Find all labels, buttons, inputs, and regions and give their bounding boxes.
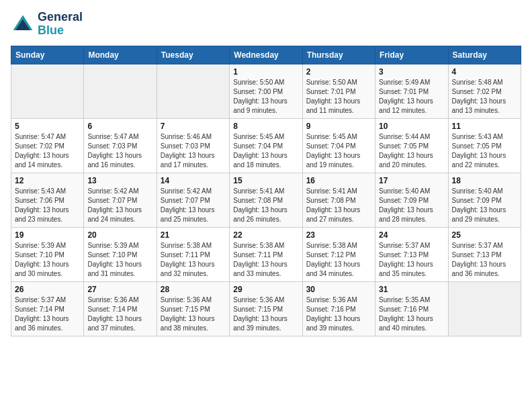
day-info: Sunrise: 5:36 AM Sunset: 7:15 PM Dayligh…	[161, 295, 226, 333]
day-info: Sunrise: 5:50 AM Sunset: 7:00 PM Dayligh…	[233, 78, 298, 116]
day-info: Sunrise: 5:42 AM Sunset: 7:07 PM Dayligh…	[87, 187, 152, 224]
day-number: 22	[233, 230, 298, 240]
calendar-cell: 4Sunrise: 5:48 AM Sunset: 7:02 PM Daylig…	[448, 64, 521, 118]
day-info: Sunrise: 5:49 AM Sunset: 7:01 PM Dayligh…	[379, 78, 444, 116]
calendar-cell: 26Sunrise: 5:37 AM Sunset: 7:14 PM Dayli…	[11, 281, 84, 336]
day-info: Sunrise: 5:38 AM Sunset: 7:11 PM Dayligh…	[233, 241, 298, 279]
day-number: 16	[306, 176, 371, 185]
page-header: General Blue	[11, 11, 521, 38]
calendar-cell: 30Sunrise: 5:36 AM Sunset: 7:16 PM Dayli…	[302, 281, 375, 336]
calendar-cell: 24Sunrise: 5:37 AM Sunset: 7:13 PM Dayli…	[375, 227, 448, 281]
day-number: 10	[379, 122, 444, 131]
day-number: 24	[379, 230, 444, 240]
calendar-cell: 15Sunrise: 5:41 AM Sunset: 7:08 PM Dayli…	[230, 173, 302, 227]
calendar-week-row: 5Sunrise: 5:47 AM Sunset: 7:02 PM Daylig…	[11, 118, 521, 173]
day-info: Sunrise: 5:36 AM Sunset: 7:14 PM Dayligh…	[87, 295, 152, 333]
day-info: Sunrise: 5:47 AM Sunset: 7:02 PM Dayligh…	[15, 132, 80, 170]
calendar-week-row: 12Sunrise: 5:43 AM Sunset: 7:06 PM Dayli…	[11, 173, 521, 227]
day-number: 17	[379, 176, 444, 185]
calendar-cell	[11, 64, 84, 118]
calendar-week-row: 26Sunrise: 5:37 AM Sunset: 7:14 PM Dayli…	[11, 281, 521, 336]
calendar-cell: 31Sunrise: 5:35 AM Sunset: 7:16 PM Dayli…	[375, 281, 448, 336]
calendar-week-row: 19Sunrise: 5:39 AM Sunset: 7:10 PM Dayli…	[11, 227, 521, 281]
weekday-header-saturday: Saturday	[448, 46, 521, 64]
day-info: Sunrise: 5:37 AM Sunset: 7:14 PM Dayligh…	[15, 295, 80, 333]
calendar-body: 1Sunrise: 5:50 AM Sunset: 7:00 PM Daylig…	[11, 64, 521, 336]
day-info: Sunrise: 5:40 AM Sunset: 7:09 PM Dayligh…	[379, 187, 444, 224]
weekday-header-tuesday: Tuesday	[157, 46, 229, 64]
calendar-table: SundayMondayTuesdayWednesdayThursdayFrid…	[11, 46, 521, 336]
day-number: 15	[233, 176, 298, 185]
day-number: 13	[87, 176, 152, 185]
day-info: Sunrise: 5:40 AM Sunset: 7:09 PM Dayligh…	[452, 187, 517, 224]
calendar-cell: 8Sunrise: 5:45 AM Sunset: 7:04 PM Daylig…	[230, 118, 302, 173]
calendar-cell: 22Sunrise: 5:38 AM Sunset: 7:11 PM Dayli…	[230, 227, 302, 281]
calendar-cell: 17Sunrise: 5:40 AM Sunset: 7:09 PM Dayli…	[375, 173, 448, 227]
day-info: Sunrise: 5:36 AM Sunset: 7:16 PM Dayligh…	[306, 295, 371, 333]
logo-icon	[11, 12, 35, 36]
day-number: 30	[306, 285, 371, 294]
day-info: Sunrise: 5:44 AM Sunset: 7:05 PM Dayligh…	[379, 132, 444, 170]
calendar-cell: 2Sunrise: 5:50 AM Sunset: 7:01 PM Daylig…	[302, 64, 375, 118]
day-number: 29	[233, 285, 298, 294]
day-info: Sunrise: 5:35 AM Sunset: 7:16 PM Dayligh…	[379, 295, 444, 333]
logo: General Blue	[11, 11, 83, 38]
calendar-cell: 28Sunrise: 5:36 AM Sunset: 7:15 PM Dayli…	[157, 281, 229, 336]
calendar-cell: 7Sunrise: 5:46 AM Sunset: 7:03 PM Daylig…	[157, 118, 229, 173]
weekday-header-friday: Friday	[375, 46, 448, 64]
day-info: Sunrise: 5:36 AM Sunset: 7:15 PM Dayligh…	[233, 295, 298, 333]
day-info: Sunrise: 5:39 AM Sunset: 7:10 PM Dayligh…	[15, 241, 80, 279]
day-info: Sunrise: 5:46 AM Sunset: 7:03 PM Dayligh…	[161, 132, 226, 170]
day-number: 23	[306, 230, 371, 240]
weekday-header-thursday: Thursday	[302, 46, 375, 64]
day-number: 28	[161, 285, 226, 294]
day-info: Sunrise: 5:41 AM Sunset: 7:08 PM Dayligh…	[306, 187, 371, 224]
day-number: 27	[87, 285, 152, 294]
calendar-cell: 10Sunrise: 5:44 AM Sunset: 7:05 PM Dayli…	[375, 118, 448, 173]
day-info: Sunrise: 5:38 AM Sunset: 7:11 PM Dayligh…	[161, 241, 226, 279]
day-number: 11	[452, 122, 517, 131]
day-number: 6	[87, 122, 152, 131]
weekday-header-wednesday: Wednesday	[230, 46, 302, 64]
day-number: 5	[15, 122, 80, 131]
day-number: 18	[452, 176, 517, 185]
calendar-cell: 19Sunrise: 5:39 AM Sunset: 7:10 PM Dayli…	[11, 227, 84, 281]
calendar-cell: 16Sunrise: 5:41 AM Sunset: 7:08 PM Dayli…	[302, 173, 375, 227]
day-info: Sunrise: 5:43 AM Sunset: 7:05 PM Dayligh…	[452, 132, 517, 170]
calendar-cell: 14Sunrise: 5:42 AM Sunset: 7:07 PM Dayli…	[157, 173, 229, 227]
calendar-cell: 27Sunrise: 5:36 AM Sunset: 7:14 PM Dayli…	[84, 281, 157, 336]
day-info: Sunrise: 5:45 AM Sunset: 7:04 PM Dayligh…	[233, 132, 298, 170]
logo-text: General Blue	[38, 11, 83, 38]
day-info: Sunrise: 5:48 AM Sunset: 7:02 PM Dayligh…	[452, 78, 517, 116]
day-number: 19	[15, 230, 80, 240]
day-number: 12	[15, 176, 80, 185]
day-number: 20	[87, 230, 152, 240]
day-number: 26	[15, 285, 80, 294]
weekday-header-sunday: Sunday	[11, 46, 84, 64]
calendar-cell: 12Sunrise: 5:43 AM Sunset: 7:06 PM Dayli…	[11, 173, 84, 227]
calendar-cell: 3Sunrise: 5:49 AM Sunset: 7:01 PM Daylig…	[375, 64, 448, 118]
calendar-cell: 6Sunrise: 5:47 AM Sunset: 7:03 PM Daylig…	[84, 118, 157, 173]
calendar-cell: 18Sunrise: 5:40 AM Sunset: 7:09 PM Dayli…	[448, 173, 521, 227]
day-info: Sunrise: 5:42 AM Sunset: 7:07 PM Dayligh…	[161, 187, 226, 224]
calendar-cell: 23Sunrise: 5:38 AM Sunset: 7:12 PM Dayli…	[302, 227, 375, 281]
day-number: 3	[379, 67, 444, 77]
day-number: 7	[161, 122, 226, 131]
day-number: 4	[452, 67, 517, 77]
calendar-cell: 5Sunrise: 5:47 AM Sunset: 7:02 PM Daylig…	[11, 118, 84, 173]
calendar-cell	[84, 64, 157, 118]
day-info: Sunrise: 5:37 AM Sunset: 7:13 PM Dayligh…	[379, 241, 444, 279]
day-info: Sunrise: 5:50 AM Sunset: 7:01 PM Dayligh…	[306, 78, 371, 116]
calendar-cell: 21Sunrise: 5:38 AM Sunset: 7:11 PM Dayli…	[157, 227, 229, 281]
day-number: 14	[161, 176, 226, 185]
calendar-cell: 9Sunrise: 5:45 AM Sunset: 7:04 PM Daylig…	[302, 118, 375, 173]
day-info: Sunrise: 5:43 AM Sunset: 7:06 PM Dayligh…	[15, 187, 80, 224]
weekday-header-monday: Monday	[84, 46, 157, 64]
calendar-cell: 29Sunrise: 5:36 AM Sunset: 7:15 PM Dayli…	[230, 281, 302, 336]
calendar-cell	[157, 64, 229, 118]
day-info: Sunrise: 5:47 AM Sunset: 7:03 PM Dayligh…	[87, 132, 152, 170]
day-number: 9	[306, 122, 371, 131]
calendar-cell: 1Sunrise: 5:50 AM Sunset: 7:00 PM Daylig…	[230, 64, 302, 118]
day-number: 31	[379, 285, 444, 294]
calendar-cell: 13Sunrise: 5:42 AM Sunset: 7:07 PM Dayli…	[84, 173, 157, 227]
